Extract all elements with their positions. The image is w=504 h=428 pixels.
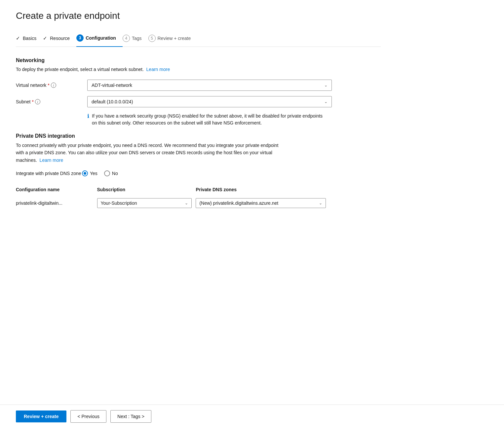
subnet-row: Subnet * i default (10.0.0.0/24) ⌄ — [16, 96, 381, 107]
wizard-step-tags-label: Tags — [132, 36, 142, 41]
virtual-network-row: Virtual network * i ADT-virtual-network … — [16, 80, 381, 91]
dns-table: Configuration name Subscription Private … — [16, 184, 330, 211]
networking-title: Networking — [16, 57, 381, 63]
networking-description: To deploy the private endpoint, select a… — [16, 66, 381, 73]
step-circle-tags: 4 — [123, 35, 130, 42]
nsg-info-box: ℹ If you have a network security group (… — [87, 113, 325, 126]
wizard-step-basics-label: Basics — [23, 36, 36, 41]
check-icon-resource: ✓ — [43, 35, 47, 41]
next-tags-button[interactable]: Next : Tags > — [110, 410, 151, 423]
virtual-network-label: Virtual network * i — [16, 83, 82, 88]
wizard-nav: ✓ Basics ✓ Resource 3 Configuration 4 Ta… — [16, 30, 381, 47]
dns-zone-select[interactable]: (New) privatelink.digitaltwins.azure.net… — [196, 198, 326, 208]
subnet-label: Subnet * i — [16, 99, 82, 104]
subscription-arrow: ⌄ — [185, 201, 188, 205]
private-dns-title: Private DNS integration — [16, 133, 381, 139]
radio-yes-btn[interactable] — [82, 170, 88, 176]
subnet-select-arrow: ⌄ — [324, 99, 328, 104]
required-star-subnet: * — [32, 99, 33, 104]
table-row: privatelink-digitaltwin... Your-Subscrip… — [16, 196, 330, 211]
private-dns-learn-more[interactable]: Learn more — [40, 158, 63, 163]
integrate-dns-row: Integrate with private DNS zone Yes No — [16, 170, 381, 176]
virtual-network-select[interactable]: ADT-virtual-network ⌄ — [87, 80, 332, 91]
networking-learn-more[interactable]: Learn more — [146, 67, 170, 72]
required-star-vnet: * — [48, 83, 49, 88]
radio-no[interactable]: No — [104, 170, 118, 176]
nsg-info-icon: ℹ — [87, 113, 89, 119]
networking-section: Networking To deploy the private endpoin… — [16, 57, 381, 126]
dns-zone-arrow: ⌄ — [319, 201, 322, 205]
col-subscription: Subscription — [97, 184, 196, 196]
wizard-step-basics[interactable]: ✓ Basics — [16, 31, 43, 46]
private-dns-section: Private DNS integration To connect priva… — [16, 133, 381, 211]
radio-yes[interactable]: Yes — [82, 170, 97, 176]
radio-no-btn[interactable] — [104, 170, 110, 176]
vnet-select-arrow: ⌄ — [324, 83, 328, 88]
private-dns-description: To connect privately with your private e… — [16, 142, 280, 164]
integrate-dns-label: Integrate with private DNS zone — [16, 171, 82, 176]
step-circle-review: 5 — [148, 35, 156, 42]
subscription-cell: Your-Subscription ⌄ — [97, 196, 196, 211]
wizard-step-tags[interactable]: 4 Tags — [123, 31, 148, 47]
subnet-info-icon[interactable]: i — [35, 99, 40, 104]
radio-options: Yes No — [82, 170, 118, 176]
col-dns-zones: Private DNS zones — [196, 184, 330, 196]
page-title: Create a private endpoint — [16, 11, 381, 21]
wizard-step-resource[interactable]: ✓ Resource — [43, 31, 76, 46]
check-icon-basics: ✓ — [16, 35, 20, 41]
review-create-button[interactable]: Review + create — [16, 410, 66, 422]
dns-zone-cell: (New) privatelink.digitaltwins.azure.net… — [196, 196, 330, 211]
wizard-step-review-create[interactable]: 5 Review + create — [148, 31, 198, 47]
subscription-select[interactable]: Your-Subscription ⌄ — [97, 198, 192, 208]
subnet-select[interactable]: default (10.0.0.0/24) ⌄ — [87, 96, 332, 107]
footer-bar: Review + create < Previous Next : Tags > — [0, 405, 504, 428]
wizard-step-configuration-label: Configuration — [86, 35, 116, 41]
vnet-info-icon[interactable]: i — [51, 83, 56, 88]
step-circle-configuration: 3 — [76, 34, 84, 42]
previous-button[interactable]: < Previous — [70, 410, 106, 423]
nsg-info-text: If you have a network security group (NS… — [92, 113, 325, 126]
wizard-step-review-label: Review + create — [158, 36, 191, 41]
config-name-cell: privatelink-digitaltwin... — [16, 196, 97, 211]
col-config-name: Configuration name — [16, 184, 97, 196]
wizard-step-resource-label: Resource — [50, 36, 70, 41]
wizard-step-configuration[interactable]: 3 Configuration — [76, 30, 123, 47]
